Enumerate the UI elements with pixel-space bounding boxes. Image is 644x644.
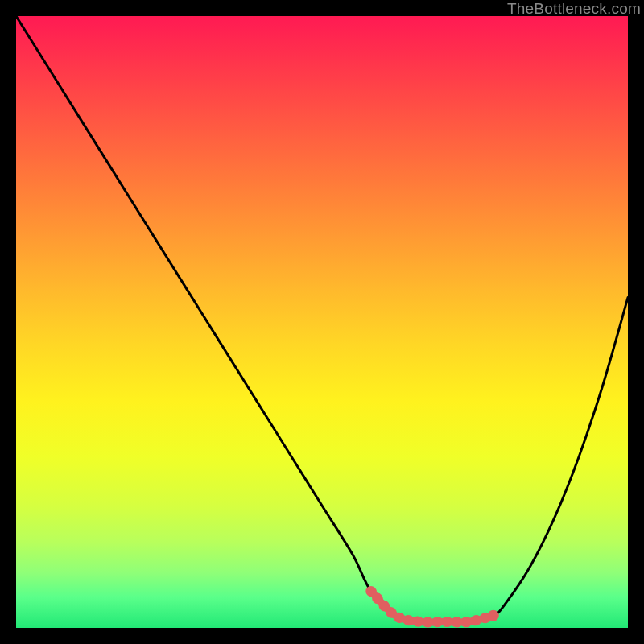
svg-point-0 <box>488 610 499 621</box>
basin-dot <box>488 610 499 621</box>
plot-area <box>16 16 628 628</box>
chart-svg <box>16 16 628 628</box>
watermark-text: TheBottleneck.com <box>507 0 641 18</box>
chart-frame: TheBottleneck.com <box>0 0 644 644</box>
basin-highlight <box>371 591 493 622</box>
bottleneck-curve <box>16 16 628 622</box>
